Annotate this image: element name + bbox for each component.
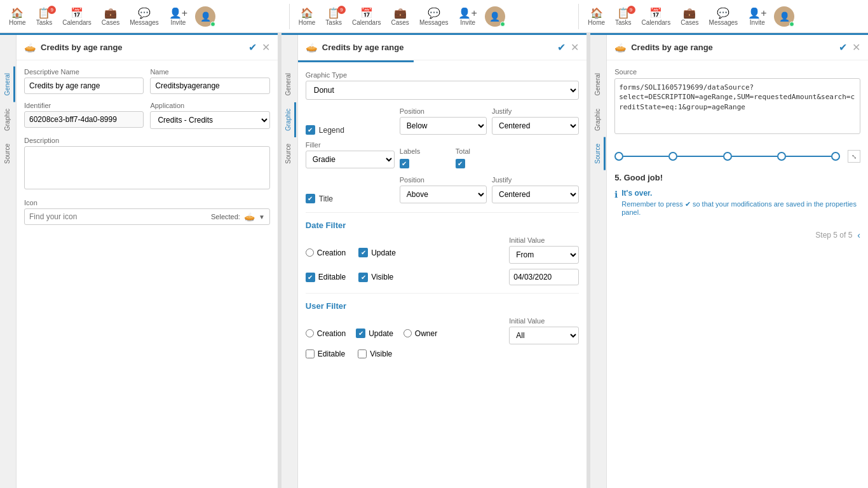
source-textarea[interactable]: forms/SOLI1605719699/dataSource?select=D… bbox=[614, 78, 860, 134]
panel-2: General Graphic Source 🥧 Credits by age … bbox=[281, 33, 590, 488]
good-job-title: 5. Good job! bbox=[614, 173, 860, 182]
panel1-tab-graphic[interactable]: Graphic bbox=[1, 102, 15, 137]
user-creation-radio[interactable] bbox=[306, 329, 314, 337]
wizard-step-4[interactable] bbox=[777, 152, 786, 161]
separator-2 bbox=[306, 293, 579, 294]
panel1-sidetabs: General Graphic Source bbox=[0, 35, 17, 488]
panel3-tab-general[interactable]: General bbox=[592, 67, 606, 102]
wizard-connector-2 bbox=[677, 156, 722, 157]
online-dot-3 bbox=[789, 22, 794, 27]
nav-invite-2[interactable]: 👤+ Invite bbox=[453, 4, 482, 29]
panel1-check-button[interactable]: ✔ bbox=[248, 41, 257, 53]
user-owner-radio[interactable] bbox=[403, 329, 412, 337]
justify-label-2: Justify bbox=[492, 176, 579, 184]
user-update-checkbox[interactable]: ✔ bbox=[356, 329, 365, 338]
user-owner-label: Owner bbox=[415, 329, 437, 338]
panel1-tab-source[interactable]: Source bbox=[1, 137, 15, 170]
from-select[interactable]: From bbox=[509, 246, 579, 264]
nav-messages-2[interactable]: 💬 Messages bbox=[414, 4, 454, 29]
panel2-tab-source[interactable]: Source bbox=[282, 137, 296, 170]
panel3-close-button[interactable]: ✕ bbox=[852, 41, 860, 53]
nav-cases-2[interactable]: 💼 Cases bbox=[386, 4, 414, 29]
user-editable-checkbox[interactable] bbox=[306, 349, 315, 358]
title-checkbox[interactable]: ✔ bbox=[306, 194, 315, 203]
nav-messages-3[interactable]: 💬 Messages bbox=[704, 4, 743, 29]
justify-select-2[interactable]: Centered bbox=[492, 186, 579, 203]
panel1-header-title: Credits by age range bbox=[41, 43, 248, 52]
total-label: Total bbox=[456, 147, 506, 155]
date-editable-checkbox[interactable]: ✔ bbox=[306, 273, 315, 282]
nav-group-3: 🏠 Home 📋 9 Tasks 📅 Calendars 💼 Cases 💬 M… bbox=[579, 4, 868, 29]
nav-home-2[interactable]: 🏠 Home bbox=[294, 4, 321, 29]
panel3-check-button[interactable]: ✔ bbox=[839, 41, 847, 53]
description-textarea[interactable] bbox=[24, 146, 270, 189]
date-value-input[interactable] bbox=[509, 269, 579, 285]
nav-invite-1[interactable]: 👤+ Invite bbox=[164, 4, 193, 29]
labels-label: Labels bbox=[400, 147, 451, 155]
user-visible-checkbox[interactable] bbox=[358, 349, 367, 358]
panel3-header: 🥧 Credits by age range ✔ ✕ bbox=[607, 35, 868, 60]
identifier-input[interactable] bbox=[24, 111, 144, 128]
panel3-tab-graphic[interactable]: Graphic bbox=[592, 102, 606, 137]
graphic-type-select[interactable]: Donut bbox=[306, 81, 579, 100]
wizard-expand-button[interactable]: ⤡ bbox=[848, 150, 860, 163]
panel2-header: 🥧 Credits by age range ✔ ✕ bbox=[298, 35, 587, 60]
step-back-button[interactable]: ‹ bbox=[857, 230, 860, 240]
panel2-close-button[interactable]: ✕ bbox=[571, 41, 579, 53]
panel3-header-icon: 🥧 bbox=[614, 42, 627, 53]
labels-checkbox[interactable]: ✔ bbox=[400, 159, 409, 168]
nav-calendars-3[interactable]: 📅 Calendars bbox=[637, 4, 676, 29]
nav-cases-3[interactable]: 💼 Cases bbox=[675, 4, 703, 29]
icon-selected-label: Selected: bbox=[211, 213, 240, 220]
justify-select-1[interactable]: Centered bbox=[492, 117, 579, 135]
panel3-tab-source[interactable]: Source bbox=[592, 137, 606, 170]
name-label: Name bbox=[150, 68, 269, 76]
panel2-progress-bar bbox=[298, 60, 414, 62]
nav-cases-1[interactable]: 💼 Cases bbox=[97, 4, 125, 29]
nav-avatar-2: 👤 bbox=[485, 6, 505, 27]
info-icon: ℹ bbox=[614, 189, 618, 200]
wizard-step-2[interactable] bbox=[668, 152, 677, 161]
nav-messages-1[interactable]: 💬 Messages bbox=[125, 4, 164, 29]
panel2-tab-graphic[interactable]: Graphic bbox=[282, 102, 296, 137]
user-editable-label: Editable bbox=[318, 349, 345, 358]
panel1-close-button[interactable]: ✕ bbox=[262, 41, 270, 53]
nav-home-3[interactable]: 🏠 Home bbox=[583, 4, 610, 29]
legend-checkbox[interactable]: ✔ bbox=[306, 125, 315, 135]
total-checkbox[interactable]: ✔ bbox=[456, 159, 465, 168]
panel1-tab-general[interactable]: General bbox=[1, 67, 15, 102]
wizard-step-5[interactable] bbox=[831, 152, 840, 161]
nav-calendars-1[interactable]: 📅 Calendars bbox=[57, 4, 97, 29]
panel2-check-button[interactable]: ✔ bbox=[557, 41, 566, 53]
descriptive-name-input[interactable] bbox=[24, 78, 144, 94]
date-creation-radio[interactable] bbox=[306, 248, 314, 257]
date-visible-checkbox[interactable]: ✔ bbox=[358, 273, 368, 282]
all-select[interactable]: All bbox=[509, 327, 579, 344]
wizard-connector-3 bbox=[732, 156, 777, 157]
position-select-2[interactable]: Above bbox=[400, 186, 487, 203]
filler-select[interactable]: Gradie bbox=[306, 151, 395, 168]
position-select-1[interactable]: Below bbox=[400, 117, 487, 135]
icon-selected-preview: 🥧 bbox=[244, 212, 255, 222]
wizard-step-3[interactable] bbox=[723, 152, 732, 161]
nav-tasks-2[interactable]: 📋 9 Tasks bbox=[320, 4, 347, 29]
application-select[interactable]: Credits - Credits bbox=[150, 111, 269, 129]
date-update-checkbox[interactable]: ✔ bbox=[358, 248, 368, 257]
wizard-note: Remember to press ✔ so that your modific… bbox=[621, 200, 860, 216]
nav-calendars-2[interactable]: 📅 Calendars bbox=[347, 4, 386, 29]
wizard-connector-4 bbox=[786, 156, 831, 157]
name-input[interactable] bbox=[150, 78, 269, 94]
wizard-step-1[interactable] bbox=[614, 152, 623, 161]
application-label: Application bbox=[150, 102, 269, 109]
nav-tasks-3[interactable]: 📋 9 Tasks bbox=[610, 4, 637, 29]
nav-home-1[interactable]: 🏠 Home bbox=[4, 4, 31, 29]
panel2-top-bar bbox=[281, 33, 587, 35]
panel2-tab-general[interactable]: General bbox=[282, 67, 296, 102]
icon-dropdown-arrow[interactable]: ▼ bbox=[259, 214, 265, 220]
nav-invite-3[interactable]: 👤+ Invite bbox=[743, 4, 771, 29]
panel2-header-title: Credits by age range bbox=[322, 43, 557, 52]
icon-search-input[interactable] bbox=[29, 212, 207, 221]
nav-group-1: 🏠 Home 📋 9 Tasks 📅 Calendars 💼 Cases 💬 M… bbox=[0, 4, 289, 29]
nav-tasks-1[interactable]: 📋 9 Tasks bbox=[31, 4, 58, 29]
separator-1 bbox=[306, 212, 579, 213]
